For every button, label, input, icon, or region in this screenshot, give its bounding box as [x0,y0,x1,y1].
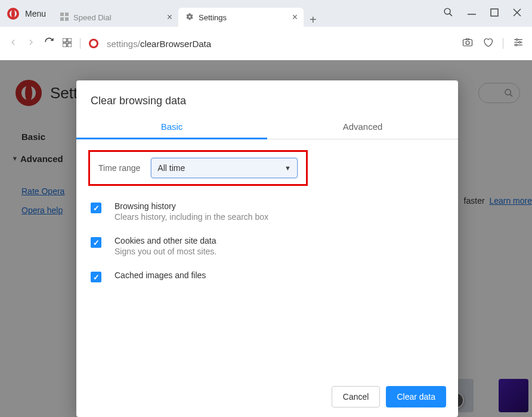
option-title: Browsing history [115,201,268,211]
close-window-icon[interactable] [513,8,521,19]
chevron-down-icon: ▼ [284,164,291,172]
title-bar: Menu Speed Dial × Settings × + [0,0,532,27]
tab-label: Settings [199,13,227,22]
svg-rect-10 [63,38,66,42]
option-title: Cached images and files [115,270,206,280]
close-icon[interactable]: × [292,12,298,23]
separator [503,38,503,49]
heart-icon[interactable] [482,37,493,50]
dialog-tabs: Basic Advanced [76,116,458,139]
svg-point-15 [466,41,469,45]
time-range-label: Time range [98,163,140,173]
separator [80,38,81,49]
svg-point-19 [516,39,518,41]
option-subtitle: Clears history, including in the search … [115,212,268,222]
minimize-icon[interactable] [468,8,476,19]
svg-rect-0 [60,13,64,16]
speed-dial-icon [60,13,69,23]
maximize-icon[interactable] [490,8,499,19]
new-tab-button[interactable]: + [304,13,323,27]
time-range-select[interactable]: All time ▼ [151,158,298,178]
window-controls [443,0,532,27]
time-range-value: All time [157,163,185,173]
url-display[interactable]: settings/clearBrowserData [107,39,211,49]
checkbox-checked-icon[interactable]: ✓ [91,272,101,282]
option-cookies[interactable]: ✓ Cookies and other site data Signs you … [91,231,444,266]
option-browsing-history[interactable]: ✓ Browsing history Clears history, inclu… [91,197,444,231]
snapshot-icon[interactable] [462,37,473,50]
reload-button[interactable] [44,37,54,50]
tab-strip: Speed Dial × Settings × + [53,0,323,27]
tab-advanced[interactable]: Advanced [267,116,458,139]
tab-label: Speed Dial [73,13,112,22]
easy-setup-icon[interactable] [513,37,524,50]
tab-speed-dial[interactable]: Speed Dial × [53,8,178,27]
option-subtitle: Signs you out of most sites. [115,247,216,256]
svg-rect-12 [63,43,66,46]
tab-basic[interactable]: Basic [76,116,267,139]
svg-rect-2 [60,17,64,21]
opera-logo-icon [89,39,98,48]
opera-logo-icon [7,8,19,20]
svg-rect-1 [65,13,69,16]
address-bar: settings/clearBrowserData [0,27,532,60]
svg-rect-3 [65,17,69,21]
svg-rect-7 [491,9,498,16]
speed-dial-icon[interactable] [63,38,72,50]
svg-point-4 [444,8,450,14]
svg-point-21 [515,44,517,46]
tab-settings[interactable]: Settings × [178,8,304,27]
cancel-button[interactable]: Cancel [332,386,381,407]
svg-line-5 [450,14,452,16]
close-icon[interactable]: × [167,12,172,23]
search-icon[interactable] [443,7,453,20]
back-button[interactable] [8,38,18,50]
svg-rect-13 [68,43,72,46]
svg-rect-11 [68,38,72,42]
option-cache[interactable]: ✓ Cached images and files [91,266,444,292]
menu-button[interactable]: Menu [25,9,46,18]
time-range-row: Time range All time ▼ [88,150,308,186]
checkbox-checked-icon[interactable]: ✓ [91,237,101,248]
gear-icon [185,13,194,23]
clear-data-button[interactable]: Clear data [386,386,446,407]
dialog-title: Clear browsing data [76,80,458,116]
forward-button[interactable] [26,38,36,50]
option-title: Cookies and other site data [115,236,216,245]
clear-browsing-data-dialog: Clear browsing data Basic Advanced Time … [76,80,458,417]
svg-rect-14 [463,40,472,46]
svg-point-20 [519,42,521,43]
checkbox-checked-icon[interactable]: ✓ [91,203,101,213]
